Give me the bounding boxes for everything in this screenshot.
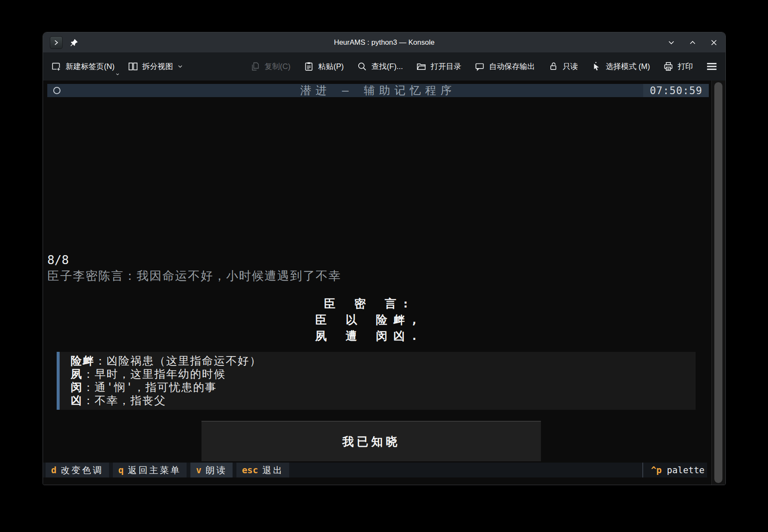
close-button[interactable]: [709, 38, 719, 47]
open-directory-label: 打开目录: [431, 61, 461, 72]
select-mode-label: 选择模式 (M): [606, 61, 650, 72]
titlebar: HeurAMS : python3 — Konsole: [43, 32, 725, 52]
read-only-button[interactable]: 只读: [548, 61, 578, 72]
annotation-panel: 险衅：凶险祸患（这里指命运不好） 夙：早时，这里指年幼的时候 闵：通'悯'，指可…: [57, 352, 696, 410]
minimize-button[interactable]: [667, 38, 676, 47]
translation-line: 臣子李密陈言：我因命运不好，小时候遭遇到了不幸: [47, 267, 711, 285]
progress-counter: 8/8: [47, 253, 711, 267]
hint-palette[interactable]: ^p palette: [642, 463, 707, 477]
copy-icon: [250, 61, 261, 72]
annotation-line: 险衅：凶险祸患（这里指命运不好）: [71, 354, 691, 368]
tui-app-title: 潜进 – 辅助记忆程序: [47, 83, 709, 98]
hint-main-menu[interactable]: q 返回主菜单: [113, 463, 187, 477]
maximize-button[interactable]: [688, 38, 697, 47]
print-label: 打印: [678, 61, 693, 72]
hamburger-menu-icon: [706, 60, 718, 72]
acknowledge-button[interactable]: 我已知晓: [201, 421, 541, 461]
read-only-label: 只读: [563, 61, 578, 72]
split-view-label: 拆分视图: [142, 61, 173, 72]
paste-button[interactable]: 粘贴(P): [303, 61, 344, 72]
poem-line: 臣 以 险衅,: [47, 312, 692, 328]
find-button[interactable]: 查找(F)...: [357, 61, 403, 72]
poem-line: 臣 密 言:: [47, 296, 692, 312]
hint-exit[interactable]: esc 退出: [236, 463, 289, 477]
copy-label: 复制(C): [265, 61, 291, 72]
new-tab-button[interactable]: 新建标签页(N): [51, 61, 115, 72]
select-mode-button[interactable]: 选择模式 (M): [591, 61, 650, 72]
search-icon: [357, 61, 368, 72]
split-view-button[interactable]: 拆分视图: [127, 61, 184, 72]
tui-clock: 07:50:59: [643, 84, 709, 97]
konsole-window: HeurAMS : python3 — Konsole 新建标签页(N): [43, 32, 726, 485]
paste-icon: [303, 61, 314, 72]
autosave-output-label: 自动保存输出: [489, 61, 535, 72]
find-label: 查找(F)...: [371, 61, 403, 72]
annotation-line: 夙：早时，这里指年幼的时候: [71, 368, 691, 381]
chevron-down-icon: [177, 63, 184, 70]
open-directory-button[interactable]: 打开目录: [416, 61, 461, 72]
terminal-view[interactable]: 潜进 – 辅助记忆程序 07:50:59 8/8 臣子李密陈言：我因命运不好，小…: [43, 81, 725, 485]
copy-button: 复制(C): [250, 61, 291, 72]
tui-header: 潜进 – 辅助记忆程序 07:50:59: [47, 84, 709, 97]
autosave-output-icon: [474, 61, 485, 72]
select-cursor-icon: [591, 61, 602, 72]
new-tab-label: 新建标签页(N): [66, 61, 115, 72]
folder-open-icon: [416, 61, 427, 72]
poem-line: 夙 遭 闵凶.: [47, 328, 692, 344]
autosave-output-button[interactable]: 自动保存输出: [474, 61, 535, 72]
chevron-down-icon[interactable]: [115, 71, 121, 77]
lock-open-icon: [548, 61, 559, 72]
toolbar: 新建标签页(N) 拆分视图 复制(C): [43, 52, 725, 81]
menu-button[interactable]: [706, 60, 718, 72]
tab-new-icon: [51, 61, 62, 72]
hint-change-theme[interactable]: d 改变色调: [46, 463, 109, 477]
poem-block: 臣 密 言: 臣 以 险衅, 夙 遭 闵凶.: [47, 296, 711, 344]
pin-icon[interactable]: [69, 38, 79, 47]
window-title: HeurAMS : python3 — Konsole: [43, 38, 725, 47]
scrollbar-thumb[interactable]: [714, 82, 722, 483]
paste-label: 粘贴(P): [318, 61, 344, 72]
konsole-app-icon: [50, 36, 63, 49]
print-button[interactable]: 打印: [663, 61, 693, 72]
annotation-line: 凶：不幸，指丧父: [71, 394, 691, 407]
split-view-icon: [127, 61, 138, 72]
printer-icon: [663, 61, 674, 72]
hint-read-aloud[interactable]: v 朗读: [190, 463, 233, 477]
keybinding-bar: d 改变色调 q 返回主菜单 v 朗读 esc 退出 ^p palette: [43, 463, 707, 477]
scrollbar[interactable]: [711, 81, 725, 485]
annotation-line: 闵：通'悯'，指可忧患的事: [71, 381, 691, 394]
